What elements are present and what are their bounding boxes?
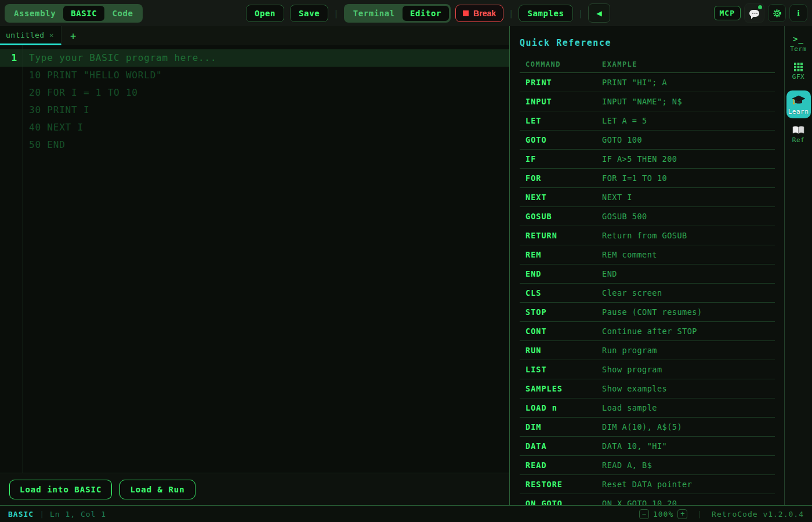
editor-ghost-line: 30 PRINT I xyxy=(29,102,509,119)
settings-button[interactable] xyxy=(768,4,786,22)
quick-reference-title: Quick Reference xyxy=(520,38,775,48)
reference-command: GOTO xyxy=(525,135,602,145)
reference-command: CLS xyxy=(525,288,602,298)
reference-example: END xyxy=(602,269,617,279)
reference-command: INPUT xyxy=(525,97,602,107)
tool-item-term[interactable]: >_ Term xyxy=(790,34,807,53)
view-tab-terminal[interactable]: Terminal xyxy=(346,6,403,21)
save-button[interactable]: Save xyxy=(290,5,328,22)
reference-example: Clear screen xyxy=(602,288,662,298)
reference-row: LET LET A = 5 xyxy=(520,111,775,130)
quick-reference-panel[interactable]: Quick Reference COMMAND EXAMPLE PRINT PR… xyxy=(509,26,784,505)
reference-example: Load sample xyxy=(602,403,657,413)
reference-command: REM xyxy=(525,250,602,260)
samples-button[interactable]: Samples xyxy=(519,5,572,22)
reference-command: STOP xyxy=(525,307,602,317)
reference-row: GOTO GOTO 100 xyxy=(520,130,775,150)
topbar-separator: | xyxy=(334,9,338,18)
editor-ghost-line: 50 END xyxy=(29,136,509,154)
collapse-panel-button[interactable]: ◀ xyxy=(588,3,610,23)
reference-row: READ READ A, B$ xyxy=(520,456,775,475)
zoom-in-button[interactable]: + xyxy=(677,509,687,519)
lang-tab-basic[interactable]: BASIC xyxy=(63,6,104,21)
reference-command: FOR xyxy=(525,173,602,183)
reference-example: IF A>5 THEN 200 xyxy=(602,154,677,164)
reference-example: Reset DATA pointer xyxy=(602,480,692,490)
open-button[interactable]: Open xyxy=(246,5,284,22)
reference-command: DIM xyxy=(525,422,602,432)
plus-icon: + xyxy=(70,30,76,42)
reference-command: IF xyxy=(525,154,602,164)
view-switcher: Terminal Editor xyxy=(344,4,451,23)
notification-dot xyxy=(758,5,762,9)
reference-example: Pause (CONT resumes) xyxy=(602,307,702,317)
reference-row: RUN Run program xyxy=(520,341,775,360)
side-toolbar: >_ Term GFX Learn xyxy=(784,26,812,505)
reference-command: RETURN xyxy=(525,231,602,241)
reference-rows: PRINT PRINT "HI"; A INPUT INPUT "NAME"; … xyxy=(520,73,775,505)
tool-label-ref: Ref xyxy=(792,136,804,144)
column-header-command: COMMAND xyxy=(525,60,602,68)
reference-command: SAMPLES xyxy=(525,384,602,394)
reference-command: GOSUB xyxy=(525,212,602,222)
chat-button[interactable] xyxy=(744,3,764,23)
lang-tab-code[interactable]: Code xyxy=(104,6,140,21)
tool-item-ref[interactable]: Ref xyxy=(792,125,804,144)
reference-command: LET xyxy=(525,116,602,126)
tab-label: untitled xyxy=(6,31,45,39)
line-number: 1 xyxy=(0,49,17,67)
reference-example: READ A, B$ xyxy=(602,461,652,470)
reference-row: RETURN Return from GOSUB xyxy=(520,226,775,245)
load-into-basic-button[interactable]: Load into BASIC xyxy=(9,480,112,499)
break-button[interactable]: Break xyxy=(455,5,503,22)
reference-command: CONT xyxy=(525,327,602,336)
reference-command: DATA xyxy=(525,441,602,451)
lang-tab-assembly[interactable]: Assembly xyxy=(6,6,63,21)
tab-untitled[interactable]: untitled × xyxy=(0,26,61,45)
close-icon[interactable]: × xyxy=(49,31,54,39)
tool-item-learn[interactable]: Learn xyxy=(786,90,811,118)
reference-row: END END xyxy=(520,264,775,284)
code-editor[interactable]: 1 Type your BASIC program here... 10 PRI… xyxy=(0,45,509,473)
info-button[interactable]: i xyxy=(789,4,807,22)
editor-placeholder: Type your BASIC program here... xyxy=(29,49,509,67)
status-separator: | xyxy=(39,510,44,519)
reference-command: NEXT xyxy=(525,193,602,202)
reference-example: REM comment xyxy=(602,250,657,260)
column-header-example: EXAMPLE xyxy=(602,60,637,68)
stop-square-icon xyxy=(463,10,469,16)
language-switcher: Assembly BASIC Code xyxy=(5,4,143,23)
reference-example: Show program xyxy=(602,365,662,375)
reference-row: CLS Clear screen xyxy=(520,284,775,303)
left-triangle-icon: ◀ xyxy=(596,9,601,17)
reference-example: DATA 10, "HI" xyxy=(602,441,667,451)
load-and-run-button[interactable]: Load & Run xyxy=(119,480,195,499)
mcp-button[interactable]: MCP xyxy=(714,6,741,20)
tool-label-gfx: GFX xyxy=(792,73,804,81)
editor-ghost-sample: 10 PRINT "HELLO WORLD"20 FOR I = 1 TO 10… xyxy=(29,67,509,154)
zoom-out-button[interactable]: − xyxy=(639,509,649,519)
settings-gear-icon xyxy=(773,9,782,18)
reference-row: REM REM comment xyxy=(520,245,775,264)
reference-row: DATA DATA 10, "HI" xyxy=(520,437,775,456)
tool-item-gfx[interactable]: GFX xyxy=(792,63,804,81)
reference-example: Return from GOSUB xyxy=(602,231,687,241)
reference-example: Run program xyxy=(602,346,657,356)
reference-table: COMMAND EXAMPLE PRINT PRINT "HI"; A INPU… xyxy=(520,53,775,505)
topbar-separator: | xyxy=(509,9,513,18)
reference-example: GOTO 100 xyxy=(602,135,642,145)
reference-row: STOP Pause (CONT resumes) xyxy=(520,303,775,322)
topbar-separator: | xyxy=(578,9,583,18)
open-book-icon xyxy=(792,125,804,135)
chat-icon xyxy=(749,10,759,17)
reference-row: GOSUB GOSUB 500 xyxy=(520,207,775,226)
view-tab-editor[interactable]: Editor xyxy=(403,6,449,21)
graduation-cap-icon xyxy=(792,95,806,106)
reference-row: LIST Show program xyxy=(520,360,775,379)
new-tab-button[interactable]: + xyxy=(61,26,85,45)
reference-table-header: COMMAND EXAMPLE xyxy=(520,53,775,73)
reference-example: INPUT "NAME"; N$ xyxy=(602,97,682,107)
reference-row: ON GOTO ON X GOTO 10,20 xyxy=(520,494,775,505)
status-mode: BASIC xyxy=(8,510,34,519)
reference-command: ON GOTO xyxy=(525,499,602,506)
